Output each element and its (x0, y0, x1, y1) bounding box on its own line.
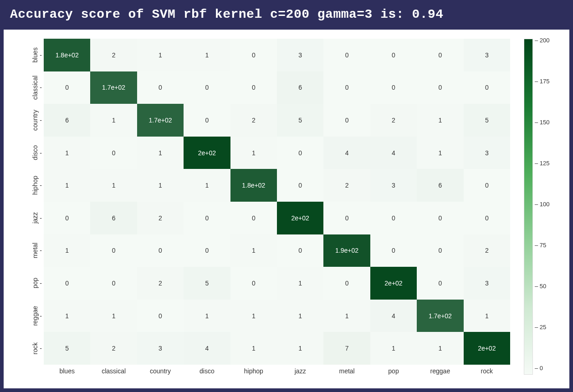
heatmap-cell: 2 (370, 104, 417, 137)
colorbar-gradient (524, 39, 533, 375)
x-tick-label: rock (464, 367, 510, 375)
heatmap-cell: 2e+02 (184, 137, 230, 169)
heatmap-cell: 2 (137, 202, 184, 234)
heatmap-cell: 0 (417, 39, 463, 71)
heatmap-cell: 1 (417, 137, 463, 169)
colorbar-tick: 75 (535, 242, 546, 249)
y-tick-label: hiphop- (31, 169, 44, 202)
heatmap-cell: 0 (184, 202, 230, 234)
y-tick-label: rock- (31, 332, 44, 365)
heatmap-cell: 0 (464, 202, 510, 234)
heatmap-cell: 1 (277, 267, 323, 300)
x-tick-label: jazz (277, 367, 323, 375)
heatmap-cell: 1.7e+02 (417, 300, 463, 332)
colorbar-tick: 0 (535, 365, 543, 372)
heatmap-cell: 1 (44, 300, 90, 332)
heatmap-cell: 1.9e+02 (323, 234, 370, 267)
heatmap-cell: 6 (90, 202, 137, 234)
plot-area: blues-classical-country-disco-hiphop-jaz… (4, 30, 569, 388)
heatmap-cell: 2 (323, 169, 370, 202)
figure-title: Accuracy score of SVM rbf kernel c=200 g… (4, 4, 569, 30)
heatmap-cell: 0 (230, 267, 277, 300)
colorbar-tick: 175 (535, 78, 550, 85)
heatmap-cell: 1 (230, 332, 277, 365)
colorbar-tick: 25 (535, 324, 546, 331)
heatmap-cell: 2 (230, 104, 277, 137)
heatmap-cell: 1 (137, 169, 184, 202)
heatmap-cell: 5 (44, 332, 90, 365)
heatmap-cell: 1 (230, 234, 277, 267)
heatmap-cell: 0 (370, 234, 417, 267)
heatmap-cell: 1 (230, 300, 277, 332)
x-tick-label: reggae (417, 367, 463, 375)
heatmap-cell: 0 (464, 169, 510, 202)
colorbar-tick: 150 (535, 119, 550, 126)
heatmap-cell: 1 (90, 104, 137, 137)
heatmap-cell: 1 (44, 137, 90, 169)
heatmap-cell: 0 (323, 267, 370, 300)
x-tick-label: classical (90, 367, 137, 375)
heatmap-cell: 0 (370, 71, 417, 104)
y-tick-label: country- (31, 104, 44, 137)
heatmap-cell: 4 (184, 332, 230, 365)
heatmap-cell: 1 (137, 39, 184, 71)
heatmap-cell: 1 (277, 332, 323, 365)
heatmap-cell: 3 (464, 267, 510, 300)
y-tick-label: reggae- (31, 300, 44, 332)
heatmap-cell: 0 (230, 202, 277, 234)
heatmap-cell: 1 (370, 332, 417, 365)
heatmap-cell: 1 (277, 300, 323, 332)
x-tick-label: metal (323, 367, 370, 375)
heatmap-cell: 1 (230, 137, 277, 169)
colorbar-ticks: 0255075100125150175200 (533, 39, 551, 375)
heatmap-cell: 0 (277, 169, 323, 202)
heatmap-grid: 1.8e+0221103000301.7e+0200060000611.7e+0… (44, 39, 510, 365)
heatmap-cell: 5 (464, 104, 510, 137)
heatmap-cell: 0 (323, 39, 370, 71)
figure-frame: Accuracy score of SVM rbf kernel c=200 g… (0, 0, 573, 392)
heatmap-cell: 0 (90, 234, 137, 267)
heatmap-cell: 0 (184, 104, 230, 137)
heatmap-cell: 0 (417, 71, 463, 104)
heatmap-cell: 6 (44, 104, 90, 137)
heatmap-cell: 1.7e+02 (90, 71, 137, 104)
heatmap-cell: 6 (277, 71, 323, 104)
heatmap-cell: 1 (90, 300, 137, 332)
heatmap-cell: 3 (370, 169, 417, 202)
heatmap-cell: 0 (323, 71, 370, 104)
heatmap-cell: 2 (90, 39, 137, 71)
heatmap-cell: 4 (370, 137, 417, 169)
heatmap-cell: 1 (184, 300, 230, 332)
heatmap-body: blues-classical-country-disco-hiphop-jaz… (31, 39, 510, 365)
heatmap-cell: 2 (137, 267, 184, 300)
heatmap-cell: 1 (90, 169, 137, 202)
x-tick-label: pop (370, 367, 417, 375)
heatmap-cell: 0 (230, 71, 277, 104)
x-tick-label: country (137, 367, 184, 375)
heatmap-cell: 3 (464, 137, 510, 169)
x-tick-label: blues (44, 367, 90, 375)
heatmap-cell: 0 (137, 300, 184, 332)
y-tick-label: disco- (31, 137, 44, 169)
colorbar-tick: 125 (535, 160, 550, 167)
y-tick-label: pop- (31, 267, 44, 300)
heatmap-cell: 4 (370, 300, 417, 332)
heatmap-cell: 0 (370, 202, 417, 234)
heatmap-cell: 0 (184, 71, 230, 104)
x-tick-label: disco (184, 367, 230, 375)
colorbar-tick: 200 (535, 37, 550, 44)
heatmap-cell: 2e+02 (277, 202, 323, 234)
heatmap-cell: 0 (464, 71, 510, 104)
heatmap-cell: 1.7e+02 (137, 104, 184, 137)
heatmap-cell: 0 (417, 234, 463, 267)
heatmap-cell: 1 (44, 169, 90, 202)
colorbar: 0255075100125150175200 (510, 39, 551, 375)
heatmap-cell: 1.8e+02 (230, 169, 277, 202)
heatmap-cell: 5 (277, 104, 323, 137)
heatmap-cell: 1 (464, 300, 510, 332)
x-axis-labels: bluesclassicalcountrydiscohiphopjazzmeta… (44, 365, 510, 375)
heatmap-cell: 1 (417, 332, 463, 365)
heatmap-cell: 0 (184, 234, 230, 267)
heatmap-cell: 0 (90, 137, 137, 169)
heatmap-cell: 2e+02 (464, 332, 510, 365)
